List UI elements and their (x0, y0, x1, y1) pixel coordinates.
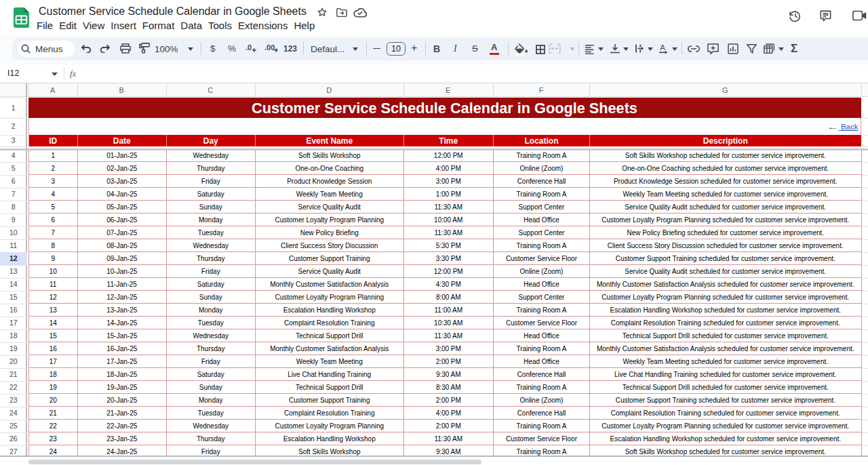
svg-text:.0: .0 (245, 44, 252, 52)
svg-text:.00: .00 (264, 44, 275, 52)
svg-text:A: A (660, 43, 665, 52)
